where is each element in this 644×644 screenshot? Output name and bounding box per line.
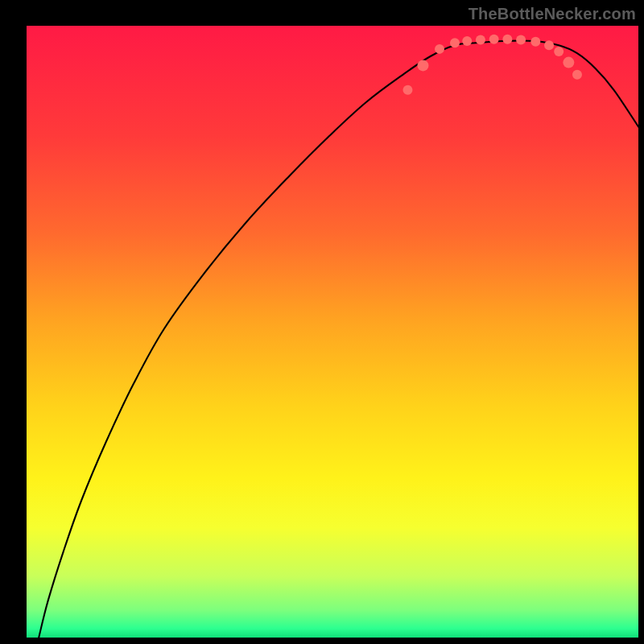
curve-marker bbox=[476, 35, 485, 44]
curve-marker bbox=[530, 37, 540, 47]
curve-marker bbox=[489, 35, 499, 44]
curve-marker bbox=[516, 35, 526, 44]
attribution-text: TheBottleNecker.com bbox=[469, 5, 636, 23]
curve-marker bbox=[417, 60, 428, 71]
curve-marker bbox=[450, 38, 460, 47]
curve-marker bbox=[544, 40, 554, 50]
curve-marker bbox=[572, 70, 582, 80]
chart-plot bbox=[27, 26, 638, 638]
curve-marker bbox=[462, 36, 472, 46]
curve-marker bbox=[402, 85, 412, 95]
curve-marker bbox=[435, 44, 444, 54]
curve-marker bbox=[554, 47, 564, 56]
gradient-bg bbox=[27, 26, 638, 638]
chart-stage: TheBottleNecker.com bbox=[0, 0, 644, 644]
curve-marker bbox=[563, 57, 574, 68]
curve-marker bbox=[502, 35, 512, 44]
